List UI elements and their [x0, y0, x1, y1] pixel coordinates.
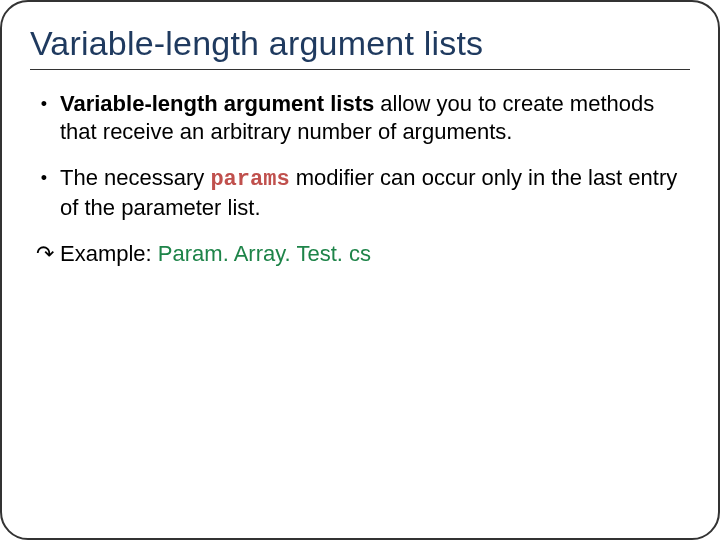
example-text: Example: Param. Array. Test. cs	[60, 240, 371, 268]
bullet-text-1: Variable-length argument lists allow you…	[52, 90, 690, 146]
example-filename: Param. Array. Test. cs	[158, 241, 371, 266]
title-divider	[30, 69, 690, 70]
bullet-item-1: • Variable-length argument lists allow y…	[36, 90, 690, 146]
arrow-icon: ↷	[36, 240, 60, 268]
bullet-item-2: • The necessary params modifier can occu…	[36, 164, 690, 222]
params-keyword: params	[210, 167, 289, 192]
bullet-text-2: The necessary params modifier can occur …	[52, 164, 690, 222]
bullet-dot-icon: •	[36, 90, 52, 118]
slide-title: Variable-length argument lists	[30, 24, 690, 63]
slide-frame: Variable-length argument lists • Variabl…	[0, 0, 720, 540]
bullet-dot-icon: •	[36, 164, 52, 192]
example-row: ↷ Example: Param. Array. Test. cs	[36, 240, 690, 268]
bullet-1-bold: Variable-length argument lists	[60, 91, 374, 116]
bullet-2-pre: The necessary	[60, 165, 210, 190]
slide-body: • Variable-length argument lists allow y…	[30, 90, 690, 268]
example-label: Example:	[60, 241, 158, 266]
